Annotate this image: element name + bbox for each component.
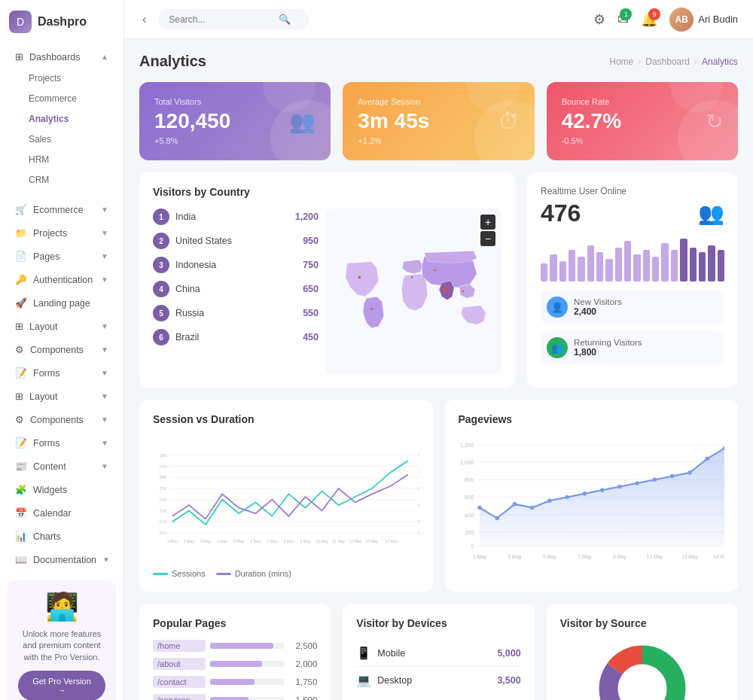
sidebar-group-calendar[interactable]: 📅 Calendar: [5, 502, 119, 524]
svg-text:14 May: 14 May: [385, 539, 398, 543]
page-bar-bg: [210, 661, 284, 667]
svg-point-62: [565, 495, 569, 500]
svg-text:400: 400: [465, 512, 474, 519]
svg-text:9 May: 9 May: [300, 539, 311, 543]
popular-pages-list: /home 2,500/about 2,000/contact 1,750/se…: [153, 640, 317, 700]
sidebar-group-ecommerce[interactable]: 🛒 Ecommerce ▼: [5, 199, 119, 221]
sessions-legend: Sessions: [153, 569, 206, 578]
returning-visitors-item: 👥 Returning Visitors 1,800: [541, 331, 724, 364]
sidebar-auth-label: Authentication: [33, 275, 93, 285]
svg-point-65: [617, 485, 622, 489]
page-path: /contact: [153, 676, 206, 688]
device-item: 💻 Desktop 3,500: [356, 667, 520, 693]
sidebar-calendar-label: Calendar: [33, 508, 72, 519]
page-path: /services: [153, 694, 206, 700]
realtime-bar: [541, 263, 547, 282]
country-name: Brazil: [175, 332, 297, 342]
sidebar-group-components2[interactable]: ⚙ Components ▼: [5, 409, 119, 431]
user-name: Ari Budin: [698, 14, 738, 25]
svg-point-67: [652, 477, 657, 482]
realtime-bar: [652, 257, 659, 282]
sidebar-group-landing[interactable]: 🚀 Landing page: [5, 292, 119, 314]
sidebar-group-layout1[interactable]: ⊞ Layout ▼: [5, 315, 119, 337]
back-button[interactable]: ‹: [139, 10, 149, 29]
sidebar-group-authentication[interactable]: 🔑 Authentication ▼: [5, 269, 119, 291]
logo-area[interactable]: D Dashpro: [0, 0, 123, 44]
notifications-button[interactable]: 🔔 9: [641, 11, 657, 28]
chevron-icon: ▼: [101, 229, 108, 237]
svg-text:1 May: 1 May: [473, 554, 486, 560]
svg-point-0: [444, 288, 447, 291]
sidebar-item-sales[interactable]: Sales: [5, 129, 119, 149]
country-list: 1 India 1,2002 United States 9503 Indone…: [153, 208, 319, 374]
visitors-change: +5.8%: [154, 136, 316, 145]
duration-legend: Duration (mins): [216, 569, 291, 578]
svg-text:200: 200: [465, 529, 474, 536]
realtime-title: Realtime User Online: [541, 186, 724, 196]
header: ‹ 🔍 ⚙ ✉ 1 🔔 9 AB Ari Budin: [124, 0, 753, 39]
notifications-badge: 9: [648, 8, 660, 20]
sidebar-item-analytics[interactable]: Analytics: [5, 109, 119, 129]
map-zoom-in[interactable]: +: [480, 215, 495, 230]
ecommerce-icon: 🛒: [15, 204, 27, 215]
sidebar-group-layout2[interactable]: ⊞ Layout ▼: [5, 385, 119, 407]
sidebar-group-charts[interactable]: 📊 Charts: [5, 525, 119, 547]
user-avatar-area[interactable]: AB Ari Budin: [669, 8, 738, 32]
bounce-icon: ↻: [706, 109, 723, 134]
svg-text:1,200: 1,200: [459, 442, 474, 449]
sidebar-item-crm[interactable]: CRM: [5, 170, 119, 190]
sidebar-group-pages[interactable]: 📄 Pages ▼: [5, 245, 119, 267]
pro-button[interactable]: Get Pro Version →: [18, 671, 105, 700]
sidebar-docs-label: Documentation: [33, 555, 96, 565]
pages-icon: 📄: [15, 251, 27, 262]
settings-button[interactable]: ⚙: [593, 11, 605, 28]
messages-badge: 1: [620, 8, 632, 20]
sidebar-group-components1[interactable]: ⚙ Components ▼: [5, 339, 119, 361]
country-value: 450: [303, 332, 319, 342]
svg-text:3 May: 3 May: [200, 539, 211, 543]
returning-visitors-label: Returning Visitors: [574, 338, 642, 347]
visitor-types: 👤 New Visitors 2,400 👥 Returning Visitor…: [541, 291, 724, 364]
sidebar: D Dashpro ⊞ Dashboards ▲ Projects Ecomme…: [0, 0, 124, 700]
country-name: Indonesia: [175, 260, 297, 270]
map-zoom-out[interactable]: −: [480, 231, 495, 246]
sidebar-item-projects[interactable]: Projects: [5, 68, 119, 88]
donut-svg: [590, 636, 695, 700]
pro-illustration: 🧑‍💻: [18, 591, 105, 622]
messages-button[interactable]: ✉ 1: [617, 11, 629, 28]
content-area: Analytics Home › Dashboard › Analytics T…: [124, 39, 753, 700]
realtime-bar: [605, 259, 612, 282]
sidebar-item-hrm[interactable]: HRM: [5, 150, 119, 169]
svg-text:11 May: 11 May: [646, 554, 663, 560]
country-name: India: [175, 212, 289, 222]
sidebar-group-dashboards[interactable]: ⊞ Dashboards ▲: [5, 46, 119, 68]
sidebar-group-content[interactable]: 📰 Content ▼: [5, 455, 119, 477]
sidebar-group-widgets[interactable]: 🧩 Widgets: [5, 479, 119, 501]
page-value: 1,500: [288, 695, 317, 700]
sidebar-landing-label: Landing page: [33, 298, 90, 309]
sidebar-group-forms2[interactable]: 📝 Forms ▼: [5, 432, 119, 454]
layout2-icon: ⊞: [15, 391, 23, 402]
device-name: Mobile: [377, 648, 491, 659]
realtime-bar-chart: [541, 236, 724, 282]
page-bar-row: /services 1,500: [153, 694, 317, 700]
session-chart-title: Session vs Duration: [153, 413, 419, 425]
search-box[interactable]: 🔍: [158, 9, 309, 29]
search-input[interactable]: [169, 14, 274, 25]
sidebar-group-forms1[interactable]: 📝 Forms ▼: [5, 362, 119, 384]
visitor-source-card: Visitor by Source: [547, 604, 738, 700]
sidebar-item-ecommerce[interactable]: Ecommerce: [5, 89, 119, 108]
svg-point-57: [477, 506, 482, 510]
chevron-icon: ▼: [101, 369, 108, 377]
page-value: 2,500: [288, 641, 317, 650]
breadcrumb-dashboard[interactable]: Dashboard: [645, 56, 690, 67]
svg-text:8 May: 8 May: [283, 539, 294, 543]
breadcrumb-home[interactable]: Home: [609, 56, 633, 67]
svg-text:250: 250: [160, 486, 168, 491]
stat-card-visitors: Total Visitors 120,450 +5.8% 👥: [139, 82, 331, 160]
country-rank: 6: [153, 329, 169, 345]
device-name: Desktop: [377, 675, 491, 686]
sidebar-group-docs[interactable]: 📖 Documentation ▼: [5, 549, 119, 571]
sidebar-group-projects[interactable]: 📁 Projects ▼: [5, 222, 119, 244]
pro-description: Unlock more features and premium content…: [18, 628, 105, 663]
